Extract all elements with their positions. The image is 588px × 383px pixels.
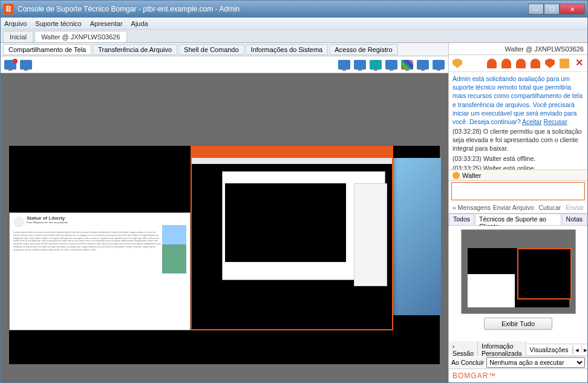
maximize-button[interactable]: ☐	[544, 4, 560, 15]
tab-session-walter[interactable]: Walter @ JXNPLWS03626	[34, 31, 126, 42]
tab-initial[interactable]: Inicial	[3, 31, 33, 42]
tab-scroll-right-icon[interactable]: ▸	[581, 346, 588, 353]
subtab-registry[interactable]: Acesso de Registro	[329, 44, 397, 55]
remote-browser-wikipedia: Statue of Liberty From Wikipedia, the fr…	[9, 212, 191, 330]
screen-thumbnail[interactable]	[461, 229, 576, 314]
on-conclude-row: Ao Concluir Nenhuma ação a executar	[449, 356, 587, 369]
transfer-icon[interactable]	[560, 59, 569, 68]
menu-present[interactable]: Apresentar	[90, 20, 123, 27]
tool-monitor-3-icon[interactable]	[370, 60, 382, 70]
bottomtab-views[interactable]: Visualizações	[526, 345, 573, 355]
thumbnail-panel: Exibir Tudo	[449, 226, 587, 344]
wiki-subtitle: From Wikipedia, the free encyclopedia	[27, 221, 188, 224]
chat-entry: (03:33:25) Walter está online.	[452, 164, 584, 170]
send-file-link[interactable]: Enviar Arquivo	[493, 204, 534, 211]
rep-icon-4[interactable]	[531, 59, 540, 68]
participant-tabs: Todos Técnicos de Suporte ao Cliente Not…	[449, 214, 587, 226]
end-session-icon[interactable]: ✕	[574, 59, 584, 68]
tab-scroll-left-icon[interactable]: ◂	[573, 346, 581, 353]
user-icon	[452, 172, 460, 179]
chat-input[interactable]	[451, 182, 585, 200]
tool-monitor-5-icon[interactable]	[417, 60, 429, 70]
tool-color-icon[interactable]	[401, 60, 413, 70]
screen-toolbar	[1, 56, 448, 73]
menu-support[interactable]: Suporte técnico	[35, 20, 81, 27]
tool-monitor-6-icon[interactable]	[433, 60, 445, 70]
elevate-icon[interactable]	[452, 59, 462, 68]
app-window: B Console de Suporte Técnico Bomgar - pt…	[0, 0, 588, 383]
session-label: Walter @ JXNPLWS03626	[449, 43, 587, 55]
send-button[interactable]: Enviar	[566, 204, 584, 211]
remote-screen-viewport[interactable]: Statue of Liberty From Wikipedia, the fr…	[1, 73, 448, 382]
show-all-button[interactable]: Exibir Tudo	[484, 318, 552, 330]
minitab-notes[interactable]: Notas	[562, 214, 587, 225]
messages-link[interactable]: « Mensagens	[452, 204, 491, 211]
remote-desktop: Statue of Liberty From Wikipedia, the fr…	[9, 146, 440, 364]
app-icon: B	[3, 4, 14, 15]
session-tabs: Inicial Walter @ JXNPLWS03626	[1, 30, 587, 43]
stop-sharing-icon[interactable]	[4, 60, 16, 70]
rep-icon-2[interactable]	[501, 59, 511, 68]
monitor-icon[interactable]	[20, 60, 32, 70]
decline-link[interactable]: Recusar	[544, 118, 567, 125]
tool-monitor-2-icon[interactable]	[354, 60, 366, 70]
tool-monitor-4-icon[interactable]	[385, 60, 397, 70]
chat-actions: « Mensagens Enviar Arquivo Cutucar Envia…	[449, 201, 587, 214]
subtab-sysinfo[interactable]: Informações do Sistema	[246, 44, 328, 55]
menubar: Arquivo Suporte técnico Apresentar Ajuda	[1, 18, 587, 30]
menu-file[interactable]: Arquivo	[4, 20, 27, 27]
chat-entry: (03:32:28) O cliente permitiu que a soli…	[452, 127, 584, 153]
on-conclude-label: Ao Concluir	[451, 359, 484, 366]
brand-logo: BOMGAR™	[449, 369, 587, 382]
chat-target-user: Walter	[449, 170, 587, 181]
rep-icon-3[interactable]	[516, 59, 526, 68]
wiki-article-title: Statue of Liberty	[27, 215, 188, 221]
minimize-button[interactable]: —	[528, 4, 544, 15]
session-sub-tabs: Compartilhamento de Tela Transferência d…	[1, 43, 448, 56]
close-button[interactable]: ✕	[560, 4, 585, 15]
on-conclude-select[interactable]: Nenhuma ação a executar	[486, 357, 585, 368]
chat-system-message: Admin está solicitando avaliação para um…	[452, 74, 584, 126]
nudge-link[interactable]: Cutucar	[538, 204, 561, 211]
chat-user-name: Walter	[462, 172, 481, 179]
minitab-reps[interactable]: Técnicos de Suporte ao Cliente	[475, 214, 561, 225]
remote-background-photo	[393, 158, 441, 315]
statue-image	[162, 225, 186, 273]
screen-share-pane: Compartilhamento de Tela Transferência d…	[1, 43, 448, 382]
minitab-all[interactable]: Todos	[449, 214, 474, 225]
session-action-bar: ✕	[449, 55, 587, 72]
remote-nested-bomgar-window	[191, 146, 393, 330]
subtab-filetransfer[interactable]: Transferência de Arquivo	[93, 44, 177, 55]
chat-log[interactable]: Admin está solicitando avaliação para um…	[449, 72, 587, 170]
window-title: Console de Suporte Técnico Bomgar - ptbr…	[18, 5, 528, 13]
wikipedia-logo-icon	[13, 217, 24, 228]
titlebar[interactable]: B Console de Suporte Técnico Bomgar - pt…	[1, 1, 587, 18]
chat-entry: (03:33:23) Walter está offline.	[452, 154, 584, 163]
subtab-screenshare[interactable]: Compartilhamento de Tela	[3, 44, 91, 55]
side-panel: Walter @ JXNPLWS03626 ✕ Admin está solic…	[448, 43, 587, 382]
subtab-shell[interactable]: Shell de Comando	[178, 44, 244, 55]
tool-monitor-1-icon[interactable]	[338, 60, 350, 70]
add-rep-icon[interactable]	[487, 59, 497, 68]
info-tabs: › Sessão Informação Personalizada Visual…	[449, 344, 587, 356]
key-icon[interactable]	[545, 59, 555, 68]
accept-link[interactable]: Aceitar	[522, 118, 542, 125]
menu-help[interactable]: Ajuda	[131, 20, 148, 27]
